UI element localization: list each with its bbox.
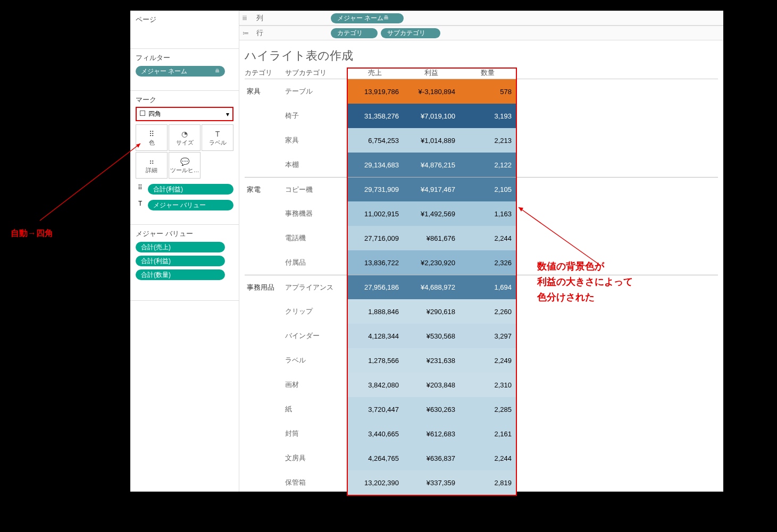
detail-shelf[interactable]: ⠶詳細 (136, 152, 168, 179)
cell-sales: 11,002,915 (347, 201, 403, 226)
cell-sales: 13,919,786 (347, 79, 403, 104)
cell-subcategory: 付属品 (285, 250, 347, 275)
header-subcategory: サブカテゴリ (285, 68, 347, 78)
label-shelf[interactable]: Tラベル (202, 124, 233, 151)
cell-category (245, 153, 285, 177)
header-sales: 売上 (347, 68, 403, 78)
cell-category (245, 226, 285, 250)
cell-qty: 1,694 (459, 275, 516, 299)
cell-category (245, 299, 285, 324)
cell-qty: 578 (459, 79, 516, 104)
side-panels: ページ フィルター メジャー ネーム ≞ マーク 四角 ▾ ⠿色 ◔サイズ (130, 11, 239, 492)
annotation-left: 自動→四角 (11, 226, 117, 240)
cell-profit: ¥1,492,569 (403, 201, 459, 226)
size-shelf[interactable]: ◔サイズ (169, 124, 200, 151)
cell-qty: 2,122 (459, 153, 516, 177)
cell-qty: 3,193 (459, 104, 516, 128)
sort-icon: ≞ (215, 68, 220, 75)
viz-header: カテゴリ サブカテゴリ 売上 利益 数量 (245, 67, 718, 79)
measure-values-title: メジャー バリュー (136, 229, 233, 239)
cell-subcategory: 紙 (285, 397, 347, 421)
svg-line-0 (40, 143, 140, 221)
encoding-pill-measure-value[interactable]: メジャー バリュー (148, 200, 233, 210)
tooltip-shelf[interactable]: 💬ツールヒ… (169, 152, 200, 179)
table-row: 事務機器11,002,915¥1,492,5691,163 (245, 201, 718, 226)
cell-sales: 3,842,080 (347, 373, 403, 397)
cell-profit: ¥612,683 (403, 421, 459, 446)
color-shelf[interactable]: ⠿色 (136, 124, 168, 151)
cell-qty: 2,285 (459, 397, 516, 421)
cell-sales: 13,202,390 (347, 470, 403, 495)
cell-sales: 1,278,566 (347, 348, 403, 373)
filter-pill[interactable]: メジャー ネーム ≞ (136, 66, 225, 77)
cell-sales: 27,716,009 (347, 226, 403, 250)
rows-shelf[interactable]: ≔ 行 カテゴリ サブカテゴリ (239, 26, 723, 40)
table-row: 事務用品アプライアンス27,956,186¥4,688,9721,694 (245, 275, 718, 299)
cell-subcategory: バインダー (285, 324, 347, 348)
header-category: カテゴリ (245, 68, 285, 78)
pages-title: ページ (136, 15, 233, 24)
cell-subcategory: 電話機 (285, 226, 347, 250)
shelves: iii 列 メジャー ネーム≞ ≔ 行 カテゴリ サブカテゴリ (239, 11, 723, 40)
cell-subcategory: 封筒 (285, 421, 347, 446)
cell-qty: 2,249 (459, 348, 516, 373)
cell-subcategory: 家具 (285, 128, 347, 153)
table-row: 家具6,754,253¥1,014,8892,213 (245, 128, 718, 153)
cell-subcategory: コピー機 (285, 178, 347, 201)
table-row: 画材3,842,080¥203,8482,310 (245, 373, 718, 397)
cell-subcategory: 本棚 (285, 153, 347, 177)
annotation-right: 数値の背景色が 利益の大きさによって 色分けされた (537, 259, 633, 305)
cell-profit: ¥203,848 (403, 373, 459, 397)
table-row: 紙3,720,447¥630,2632,285 (245, 397, 718, 421)
cell-category (245, 397, 285, 421)
cell-subcategory: ラベル (285, 348, 347, 373)
encoding-pill-profit[interactable]: 合計(利益) (148, 184, 233, 195)
cell-subcategory: テーブル (285, 79, 347, 104)
cell-profit: ¥630,263 (403, 397, 459, 421)
cell-category (245, 348, 285, 373)
cell-profit: ¥337,359 (403, 470, 459, 495)
cell-qty: 2,310 (459, 373, 516, 397)
cell-subcategory: 画材 (285, 373, 347, 397)
cell-qty: 2,326 (459, 250, 516, 275)
rows-icon: ≔ (243, 29, 256, 37)
table-row: ラベル1,278,566¥231,6382,249 (245, 348, 718, 373)
cell-sales: 13,836,722 (347, 250, 403, 275)
cell-category (245, 324, 285, 348)
col-pill-measure-names[interactable]: メジャー ネーム≞ (331, 13, 404, 23)
filters-title: フィルター (136, 53, 233, 63)
columns-shelf[interactable]: iii 列 メジャー ネーム≞ (239, 11, 723, 26)
row-pill-category[interactable]: カテゴリ (331, 28, 378, 38)
cell-category (245, 104, 285, 128)
cell-subcategory: 椅子 (285, 104, 347, 128)
viz: ハイライト表の作成 カテゴリ サブカテゴリ 売上 利益 数量 家具テーブル13,… (239, 40, 723, 495)
cell-qty: 1,163 (459, 201, 516, 226)
table-row: 家具テーブル13,919,786¥-3,180,894578 (245, 79, 718, 104)
cell-category (245, 373, 285, 397)
cell-category (245, 421, 285, 446)
mv-pill-qty[interactable]: 合計(数量) (136, 269, 225, 280)
table-row: 家電コピー機29,731,909¥4,917,4672,105 (245, 177, 718, 201)
cell-profit: ¥4,876,215 (403, 153, 459, 177)
marks-title: マーク (136, 95, 233, 105)
row-pill-subcategory[interactable]: サブカテゴリ (381, 28, 440, 38)
mark-type-select[interactable]: 四角 ▾ (136, 107, 233, 121)
mv-pill-profit[interactable]: 合計(利益) (136, 256, 225, 266)
cell-profit: ¥7,019,100 (403, 104, 459, 128)
cell-sales: 3,720,447 (347, 397, 403, 421)
cell-profit: ¥530,568 (403, 324, 459, 348)
cell-category: 事務用品 (245, 275, 285, 299)
header-profit: 利益 (403, 68, 459, 78)
cell-sales: 4,128,344 (347, 324, 403, 348)
measure-values-card: メジャー バリュー 合計(売上) 合計(利益) 合計(数量) (130, 225, 239, 301)
cell-qty: 2,244 (459, 226, 516, 250)
cell-profit: ¥4,688,972 (403, 275, 459, 299)
cell-qty: 2,213 (459, 128, 516, 153)
cell-category: 家具 (245, 79, 285, 104)
chevron-down-icon: ▾ (226, 111, 229, 118)
marks-card: マーク 四角 ▾ ⠿色 ◔サイズ Tラベル ⠶詳細 💬ツールヒ… ⠿ 合計(利益… (130, 91, 239, 225)
cell-sales: 29,134,683 (347, 153, 403, 177)
cell-category (245, 250, 285, 275)
mv-pill-sales[interactable]: 合計(売上) (136, 242, 225, 252)
cell-category (245, 446, 285, 470)
